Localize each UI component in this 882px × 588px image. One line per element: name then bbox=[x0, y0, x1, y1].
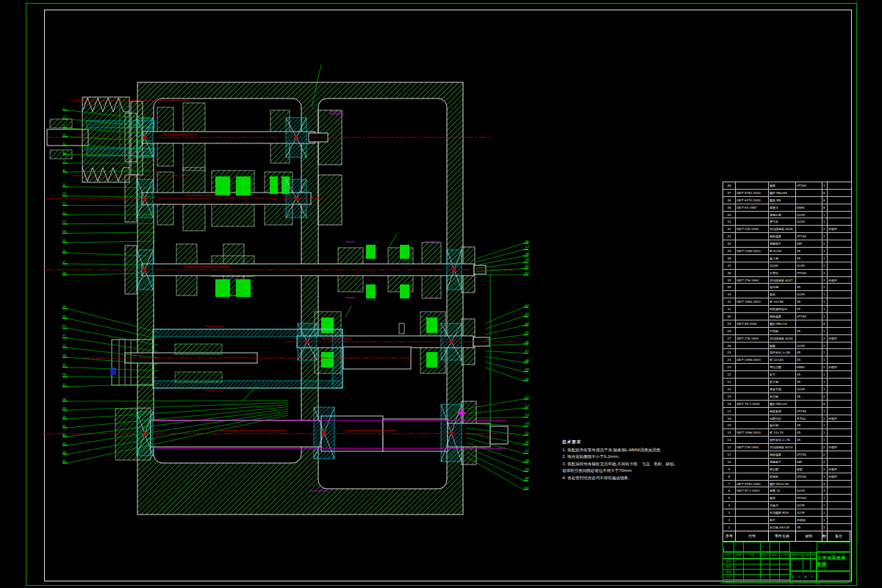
bom-row: 30轴承端盖HT1501 bbox=[723, 313, 851, 320]
bom-row: 2垫片石棉纸1 bbox=[723, 517, 851, 524]
callout-number: 4 bbox=[63, 133, 65, 137]
tb-stage-label: 阶段标记 bbox=[791, 553, 803, 558]
gear-tooth-block bbox=[366, 284, 376, 298]
bom-row: 41轴承端盖HT1501 bbox=[723, 233, 851, 240]
bom-row: 20操纵手柄Q2351 bbox=[723, 386, 851, 393]
callout-number: 36 bbox=[525, 240, 529, 243]
shaft-section bbox=[490, 426, 508, 444]
callout-number: 5 bbox=[63, 142, 65, 146]
bom-row: 12GB/T 276-1994深沟球轴承 62102外购件 bbox=[723, 444, 851, 451]
callout-number: 60 bbox=[525, 476, 529, 480]
callout-number: 9 bbox=[63, 183, 65, 187]
leader-line bbox=[485, 344, 523, 345]
callout-number: 1 bbox=[63, 107, 65, 110]
callout-number: 14 bbox=[62, 229, 66, 233]
callout-number: 17 bbox=[62, 260, 66, 264]
pulley-flange bbox=[131, 101, 143, 175]
bom-row: 19定位销352 bbox=[723, 393, 851, 401]
bom-row: 16毡圈油封羊毛毡2外购件 bbox=[723, 415, 851, 423]
bom-row: 47GB/T 5782-2000螺栓 M8×656 bbox=[723, 190, 851, 197]
bom-row: 44窥视孔盖Q2351 bbox=[723, 212, 851, 219]
bom-row: 46GB/T 6170-2000螺母 M86 bbox=[723, 197, 851, 204]
callout-number: 41 bbox=[525, 271, 529, 275]
callout-number: 27 bbox=[62, 383, 66, 387]
callout-number: 43 bbox=[525, 312, 529, 316]
bom-row: 9密封圈橡胶2外购件 bbox=[723, 466, 851, 473]
callout-number: 51 bbox=[525, 395, 529, 399]
bom-row: 22拨叉451 bbox=[723, 371, 851, 379]
callout-number: 13 bbox=[62, 220, 66, 223]
callout-number: 39 bbox=[525, 258, 529, 262]
bom-row: 4油标尺Q2351 bbox=[723, 502, 851, 509]
leader-line bbox=[476, 250, 523, 262]
blue-key-block bbox=[110, 368, 116, 375]
callout-number: 20 bbox=[62, 315, 66, 318]
bom-row: 33套筒Q2351 bbox=[723, 291, 851, 298]
callout-number: 18 bbox=[62, 271, 66, 275]
bom-row: 21拨叉轴451 bbox=[723, 379, 851, 386]
callout-number: 29 bbox=[62, 406, 66, 410]
gear-tooth-block bbox=[270, 176, 278, 194]
bom-row: 11轴承端盖HT1502 bbox=[723, 451, 851, 459]
tb-role-row: 批准 bbox=[723, 580, 789, 583]
callout-number: 11 bbox=[62, 201, 66, 205]
tb-stage-values bbox=[791, 559, 816, 570]
callout-number: 25 bbox=[62, 363, 66, 367]
callout-number: 34 bbox=[62, 451, 66, 454]
leader-line bbox=[476, 256, 523, 265]
leader-line bbox=[485, 335, 523, 340]
tb-drawing-no-box bbox=[817, 542, 850, 552]
callout-number: 49 bbox=[525, 368, 529, 371]
gear-tooth-block bbox=[400, 245, 409, 259]
gear-tooth-block bbox=[236, 176, 251, 196]
bom-row: 48箱盖HT2001 bbox=[723, 182, 851, 190]
gear-tooth-block bbox=[321, 352, 334, 368]
tb-empty-grid bbox=[723, 542, 789, 551]
bom-header-cell: 序号 bbox=[723, 531, 735, 541]
callout-number: 54 bbox=[525, 422, 529, 426]
leader-line bbox=[467, 457, 523, 490]
bom-row: 15输出轴451 bbox=[723, 422, 851, 429]
tb-role-row: 校核 bbox=[723, 564, 789, 570]
callout-number: 6 bbox=[63, 151, 65, 154]
leader-line bbox=[485, 351, 523, 354]
gear-tooth-block bbox=[215, 176, 230, 196]
bom-row: 6GB/T 97.1-2002垫圈 10Q2354 bbox=[723, 487, 851, 495]
bom-row: 7GB/T 5783-2000螺栓 M10×304 bbox=[723, 481, 851, 488]
callout-number: 16 bbox=[62, 249, 66, 253]
bom-header-cell: 材料 bbox=[795, 531, 822, 541]
callout-number: 32 bbox=[62, 433, 66, 437]
shaft-section bbox=[383, 419, 448, 451]
callout-number: 45 bbox=[525, 331, 529, 334]
bom-row: 5箱体HT2001 bbox=[723, 495, 851, 502]
callout-number: 22 bbox=[62, 334, 66, 337]
tb-role-row: 设计 bbox=[723, 559, 789, 564]
callout-number: 57 bbox=[525, 449, 529, 453]
technical-notes: 技术要求 1. 装配前所有零件清洗干净,轴承用L-AN68润滑油润滑;2. 啮合… bbox=[562, 439, 717, 482]
bom-row: 27GB/T 276-1994深沟球轴承 62082外购件 bbox=[723, 335, 851, 343]
notes-lines: 1. 装配前所有零件清洗干净,轴承用L-AN68润滑油润滑;2. 啮合齿轮侧隙不… bbox=[562, 447, 717, 482]
callout-number: 2 bbox=[63, 115, 65, 119]
tb-mass-label: 质量 bbox=[803, 553, 810, 558]
bom-row: 24GB/T 1096-2003键 12×63451 bbox=[723, 356, 851, 364]
callout-number: 7 bbox=[63, 159, 65, 163]
callout-number: 50 bbox=[525, 377, 529, 381]
callout-number: 8 bbox=[63, 168, 65, 172]
bom-row: 29GB/T 65-2000螺钉 M6×168 bbox=[723, 320, 851, 328]
callout-number: 35 bbox=[62, 459, 66, 463]
callout-number: 56 bbox=[525, 440, 529, 444]
bom-row: 42GB/T 276-1994深沟球轴承 62062外购件 bbox=[723, 226, 851, 233]
callout-number: 47 bbox=[525, 349, 529, 353]
bom-row: 25圆柱齿轮 z=58451 bbox=[723, 349, 851, 356]
bom-row: 34齿轮轴451 bbox=[723, 284, 851, 291]
bom-row: 37挡油环Q2352 bbox=[723, 262, 851, 270]
tb-roles: 设计校核审核工艺批准 bbox=[723, 559, 790, 583]
bom-row: 14GB/T 1096-2003键 14×70451 bbox=[723, 429, 851, 437]
title-block: 标记处数分区更改文件号签名年月日 设计校核审核工艺批准 阶段标记 质量 比例 共… bbox=[723, 542, 850, 583]
gear-tooth-block bbox=[426, 352, 437, 368]
leader-line bbox=[485, 356, 523, 362]
leader-line bbox=[467, 452, 523, 480]
gear-tooth-block bbox=[215, 279, 230, 297]
callout-number: 28 bbox=[62, 398, 66, 401]
note-line: 4. 各处密封结合处均不得有漏油现象。 bbox=[562, 475, 717, 482]
